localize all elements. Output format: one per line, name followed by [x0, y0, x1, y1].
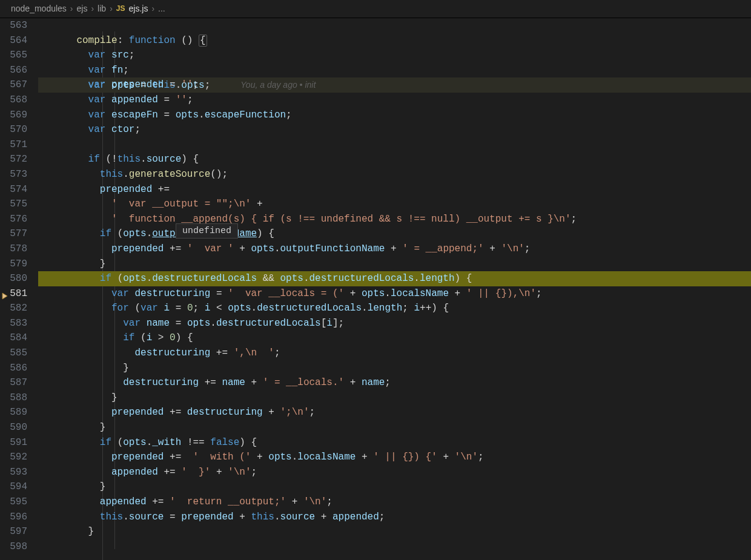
code-line[interactable]: }: [38, 390, 751, 406]
breadcrumb-seg-symbol[interactable]: ...: [158, 0, 165, 18]
line-number[interactable]: 593: [0, 465, 38, 480]
code-line[interactable]: this.source = prepended + this.source + …: [38, 510, 751, 525]
breadcrumb-seg-node-modules[interactable]: node_modules: [11, 0, 67, 18]
line-number[interactable]: 575: [0, 197, 38, 212]
line-number[interactable]: 586: [0, 361, 38, 376]
code-line[interactable]: var src;: [38, 48, 751, 63]
line-number[interactable]: 573: [0, 167, 38, 182]
line-number[interactable]: 564: [0, 33, 38, 48]
line-number[interactable]: 565: [0, 48, 38, 63]
code-line[interactable]: var destructuring = ' var __locals = (' …: [38, 286, 751, 301]
line-number[interactable]: 584: [0, 331, 38, 346]
line-number[interactable]: 570: [0, 122, 38, 137]
line-number[interactable]: 574: [0, 182, 38, 197]
line-number[interactable]: 563: [0, 18, 38, 33]
chevron-right-icon: ›: [151, 0, 154, 18]
line-number[interactable]: 583: [0, 316, 38, 331]
code-editor[interactable]: 5635645655665675685695705715725735745755…: [0, 18, 751, 560]
code-line[interactable]: [38, 18, 751, 33]
chevron-right-icon: ›: [110, 0, 113, 18]
code-line[interactable]: if (i > 0) {: [38, 331, 751, 346]
line-number[interactable]: 596: [0, 510, 38, 525]
breadcrumb-seg-ejs[interactable]: ejs: [77, 0, 88, 18]
chevron-right-icon: ›: [91, 0, 94, 18]
code-line[interactable]: compile: function () {: [38, 33, 751, 48]
chevron-right-icon: ›: [70, 0, 73, 18]
code-line[interactable]: var name = opts.destructuredLocals[i];: [38, 316, 751, 331]
line-number[interactable]: 576: [0, 212, 38, 227]
code-line[interactable]: appended += ' return __output;' + '\n';: [38, 495, 751, 510]
hover-value: undefined: [182, 226, 231, 236]
line-number[interactable]: 598: [0, 539, 38, 555]
code-line[interactable]: }: [38, 257, 751, 272]
code-line[interactable]: ' function __append(s) { if (s !== undef…: [38, 212, 751, 227]
code-line[interactable]: if (!this.source) {: [38, 152, 751, 167]
line-number[interactable]: 568: [0, 93, 38, 108]
line-number[interactable]: 592: [0, 450, 38, 465]
code-line[interactable]: var escapeFn = opts.escapeFunction;: [38, 108, 751, 123]
line-number[interactable]: 582: [0, 301, 38, 316]
code-line[interactable]: appended += ' }' + '\n';: [38, 465, 751, 480]
line-number[interactable]: 572: [0, 152, 38, 167]
code-line[interactable]: }: [38, 361, 751, 376]
code-line[interactable]: }: [38, 524, 751, 539]
line-number[interactable]: 579: [0, 257, 38, 272]
code-line[interactable]: destructuring += ',\n ';: [38, 346, 751, 361]
code-line[interactable]: if (opts.destructuredLocals && opts.dest…: [38, 271, 751, 286]
line-number[interactable]: 589: [0, 405, 38, 420]
line-number[interactable]: 577: [0, 226, 38, 242]
line-number[interactable]: 594: [0, 479, 38, 495]
js-file-icon: JS: [116, 0, 125, 18]
code-line[interactable]: prepended += ' with (' + opts.localsName…: [38, 450, 751, 465]
line-number[interactable]: 587: [0, 375, 38, 390]
line-number[interactable]: 566: [0, 63, 38, 78]
breakpoint-icon[interactable]: [1, 290, 8, 297]
hover-tooltip: undefined: [176, 223, 238, 239]
code-line[interactable]: }: [38, 479, 751, 495]
code-line[interactable]: prepended += destructuring + ';\n';: [38, 405, 751, 420]
line-number[interactable]: 569: [0, 108, 38, 123]
code-line[interactable]: var fn;: [38, 63, 751, 78]
line-number[interactable]: 597: [0, 524, 38, 539]
line-number[interactable]: 585: [0, 346, 38, 361]
line-number-gutter[interactable]: 5635645655665675685695705715725735745755…: [0, 18, 38, 560]
code-line[interactable]: prepended += ' var ' + opts.outputFuncti…: [38, 242, 751, 257]
code-line[interactable]: var prepended = '';: [38, 77, 751, 93]
breadcrumb[interactable]: node_modules › ejs › lib › JS ejs.js › .…: [0, 0, 751, 18]
line-number[interactable]: 578: [0, 242, 38, 257]
code-line[interactable]: var ctor;: [38, 122, 751, 137]
line-number[interactable]: 581: [0, 286, 38, 301]
code-line[interactable]: if (opts.outputFunctionName) {: [38, 226, 751, 242]
line-number[interactable]: 588: [0, 390, 38, 406]
code-line[interactable]: destructuring += name + ' = __locals.' +…: [38, 375, 751, 390]
line-number[interactable]: 590: [0, 420, 38, 435]
code-line[interactable]: }: [38, 420, 751, 435]
code-line[interactable]: [38, 137, 751, 153]
code-area[interactable]: compile: function () { var src; var fn; …: [38, 18, 751, 560]
breadcrumb-seg-lib[interactable]: lib: [98, 0, 106, 18]
code-line[interactable]: for (var i = 0; i < opts.destructuredLoc…: [38, 301, 751, 316]
code-line[interactable]: prepended +=: [38, 182, 751, 197]
breadcrumb-seg-file[interactable]: ejs.js: [128, 0, 148, 18]
code-line[interactable]: var appended = '';: [38, 93, 751, 108]
line-number[interactable]: 567: [0, 77, 38, 93]
code-line[interactable]: this.generateSource();: [38, 167, 751, 182]
code-line[interactable]: ' var __output = "";\n' +: [38, 197, 751, 212]
line-number[interactable]: 580: [0, 271, 38, 286]
code-line[interactable]: if (opts._with !== false) {: [38, 435, 751, 450]
line-number[interactable]: 571: [0, 137, 38, 153]
line-number[interactable]: 591: [0, 435, 38, 450]
line-number[interactable]: 595: [0, 495, 38, 510]
